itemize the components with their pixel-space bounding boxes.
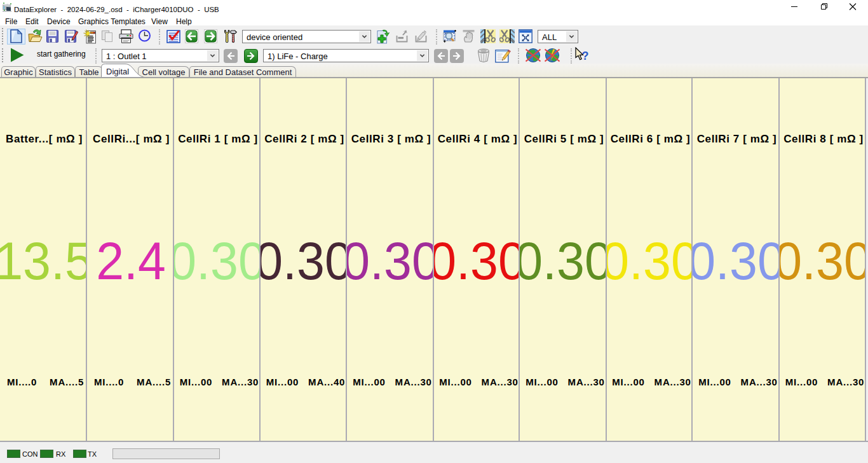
svg-text:?: ? [582, 50, 589, 62]
